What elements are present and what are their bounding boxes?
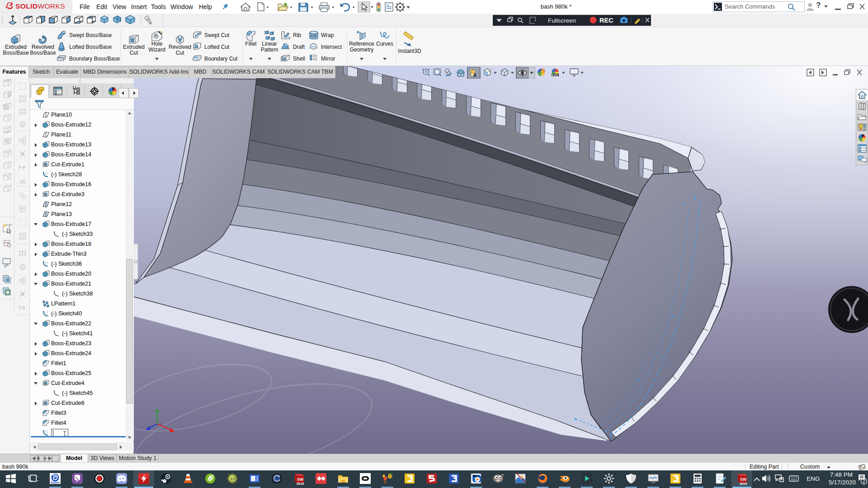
svg-text:D: D bbox=[314, 34, 316, 38]
svg-text:ENG: ENG bbox=[807, 475, 820, 482]
svg-text:2019: 2019 bbox=[740, 482, 747, 486]
svg-text:SW: SW bbox=[297, 477, 304, 482]
svg-text:Wizard: Wizard bbox=[148, 47, 165, 53]
svg-text:Revolved: Revolved bbox=[32, 44, 54, 50]
svg-text:Pattern: Pattern bbox=[261, 47, 278, 53]
svg-text:Intersect: Intersect bbox=[321, 44, 342, 50]
svg-text:2: 2 bbox=[863, 479, 865, 484]
svg-text:trocen: trocen bbox=[51, 481, 60, 484]
svg-text:Boss/Base: Boss/Base bbox=[3, 50, 29, 56]
svg-text:Boss/Base: Boss/Base bbox=[30, 50, 56, 56]
svg-text:Draft: Draft bbox=[293, 44, 305, 50]
svg-text:Shell: Shell bbox=[293, 56, 305, 62]
svg-text:Revolved: Revolved bbox=[169, 44, 191, 50]
svg-text:17: 17 bbox=[231, 477, 235, 481]
svg-text:Boundary Cut: Boundary Cut bbox=[204, 56, 238, 62]
svg-text:7:48 PM: 7:48 PM bbox=[830, 471, 853, 478]
svg-text:Boundary Boss/Base: Boundary Boss/Base bbox=[69, 56, 120, 62]
svg-text:Linear: Linear bbox=[262, 41, 277, 47]
svg-text:Curves: Curves bbox=[376, 41, 393, 47]
svg-text:5/17/2020: 5/17/2020 bbox=[829, 479, 856, 486]
svg-text:Instant3D: Instant3D bbox=[398, 48, 421, 54]
svg-text:SW: SW bbox=[740, 477, 747, 482]
svg-text:Extruded: Extruded bbox=[123, 44, 145, 50]
svg-text:Geometry: Geometry bbox=[350, 47, 374, 53]
svg-text:Fillet: Fillet bbox=[245, 41, 257, 47]
svg-text:Lofted Cut: Lofted Cut bbox=[204, 44, 230, 50]
svg-text:Fullscreen: Fullscreen bbox=[548, 17, 576, 24]
svg-text:Hole: Hole bbox=[151, 41, 163, 47]
svg-text:2019: 2019 bbox=[297, 482, 304, 486]
svg-text:Extruded: Extruded bbox=[5, 44, 27, 50]
svg-text:Rib: Rib bbox=[293, 32, 301, 38]
svg-text:Reference: Reference bbox=[349, 41, 374, 47]
svg-text:Cut: Cut bbox=[176, 50, 184, 56]
svg-text:C: C bbox=[311, 34, 313, 38]
svg-text:REC: REC bbox=[599, 17, 613, 24]
svg-text:Cut: Cut bbox=[130, 50, 138, 56]
svg-text:Lofted Boss/Base: Lofted Boss/Base bbox=[69, 44, 112, 50]
svg-text:Swept Boss/Base: Swept Boss/Base bbox=[69, 32, 112, 38]
svg-text:Wrap: Wrap bbox=[321, 32, 334, 38]
svg-text:SOLIDWORKS: SOLIDWORKS bbox=[15, 2, 65, 10]
svg-text:Mirror: Mirror bbox=[321, 56, 335, 62]
svg-text:Swept Cut: Swept Cut bbox=[204, 32, 230, 38]
